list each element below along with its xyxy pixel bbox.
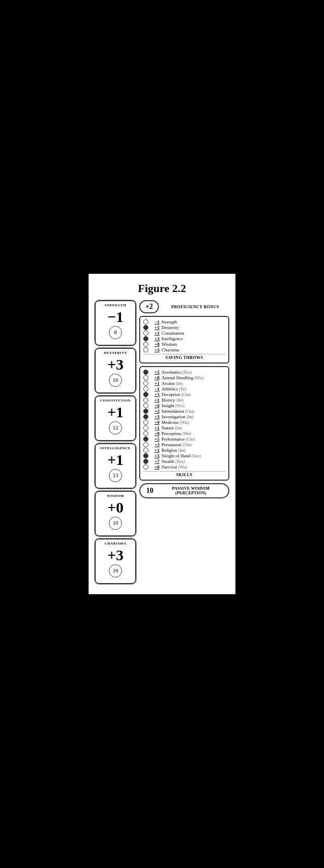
stat-value: +5 <box>150 370 159 375</box>
stat-circle[interactable] <box>143 381 148 386</box>
ability-base: 8 <box>109 326 122 339</box>
skill-row: +5 Sleight of Hand (Dex) <box>143 453 225 458</box>
stat-name: Strength <box>161 319 177 324</box>
ability-name: DEXTERITY <box>97 351 134 355</box>
ability-score: +1 <box>97 451 134 468</box>
stat-name: Insight (Wis) <box>161 403 184 408</box>
ability-base: 16 <box>109 374 122 387</box>
ability-column: STRENGTH −1 8 DEXTERITY +3 16 CONSTITUTI… <box>95 300 136 584</box>
skill-row: +3 Investigation (Int) <box>143 414 225 419</box>
ability-box-charisma: CHARISMA +3 16 <box>95 538 136 584</box>
proficiency-value: +2 <box>139 300 159 313</box>
stat-circle[interactable] <box>143 375 148 380</box>
stat-circle[interactable] <box>143 386 148 391</box>
ability-name: CHARISMA <box>97 541 134 546</box>
stat-value: +1 <box>150 381 159 386</box>
stat-circle[interactable] <box>143 370 148 375</box>
stat-value: −1 <box>150 319 159 324</box>
ability-base: 16 <box>109 564 122 577</box>
ability-score: +3 <box>97 356 134 373</box>
ability-box-constitution: CONSTITUTION +1 12 <box>95 395 136 441</box>
skill-row: +3 Intimidation (Cha) <box>143 409 225 414</box>
saving-throw-row: +1 Constitution <box>143 331 225 336</box>
stat-circle[interactable] <box>143 425 148 430</box>
stat-circle[interactable] <box>143 342 148 347</box>
skill-row: +5 Acrobatics (Dex) <box>143 370 225 375</box>
ability-score: −1 <box>97 308 134 325</box>
ability-score: +0 <box>97 499 134 516</box>
stat-name: Constitution <box>161 331 184 336</box>
stat-value: +7 <box>150 459 159 464</box>
stat-circle[interactable] <box>143 442 148 447</box>
passive-wisdom-row: 10 PASSIVE WISDOM (PERCEPTION) <box>139 483 229 498</box>
stat-circle[interactable] <box>143 464 148 469</box>
stat-name: Arcana (Int) <box>161 381 183 386</box>
skill-row: +0 Survival (Wis) <box>143 464 225 469</box>
stat-name: Medicine (Wis) <box>161 420 189 425</box>
saving-throw-row: +3 Intelligence <box>143 336 225 341</box>
proficiency-label: PROFICIENCY BONUS <box>161 305 229 309</box>
stat-circle[interactable] <box>143 403 148 408</box>
main-layout: STRENGTH −1 8 DEXTERITY +3 16 CONSTITUTI… <box>95 300 229 584</box>
stat-circle[interactable] <box>143 392 148 397</box>
ability-name: STRENGTH <box>97 303 134 307</box>
stat-circle[interactable] <box>143 420 148 425</box>
stat-circle[interactable] <box>143 336 148 341</box>
proficiency-row: +2 PROFICIENCY BONUS <box>139 300 229 313</box>
stat-value: +1 <box>150 397 159 403</box>
passive-wisdom-label: PASSIVE WISDOM (PERCEPTION) <box>157 486 224 495</box>
stat-name: Performance (Cha) <box>161 437 195 442</box>
skill-row: +5 Performance (Cha) <box>143 437 225 442</box>
stat-value: +0 <box>150 403 159 408</box>
skill-row: +1 Nature (Int) <box>143 425 225 430</box>
ability-base: 10 <box>109 517 122 530</box>
stat-name: Deception (Cha) <box>161 392 190 397</box>
skill-row: +5 Deception (Cha) <box>143 392 225 397</box>
stat-name: Investigation (Int) <box>161 414 193 419</box>
skill-row: +0 Medicine (Wis) <box>143 420 225 425</box>
stat-value: +3 <box>150 347 159 352</box>
figure-title: Figure 2.2 <box>95 282 229 295</box>
ability-score: +1 <box>97 404 134 420</box>
stat-circle[interactable] <box>143 347 148 352</box>
stat-value: +1 <box>150 331 159 336</box>
saving-throws-list: −1 Strength +5 Dexterity +1 Constitution… <box>143 319 225 352</box>
stat-circle[interactable] <box>143 459 148 464</box>
stat-name: Persuasion (Cha) <box>161 442 191 447</box>
skill-row: +0 Perception (Wis) <box>143 431 225 436</box>
stat-value: +3 <box>150 442 159 447</box>
stat-name: Stealth (Dex) <box>161 459 185 464</box>
right-column: +2 PROFICIENCY BONUS −1 Strength +5 Dext… <box>139 300 229 584</box>
stat-circle[interactable] <box>143 437 148 442</box>
stat-name: Athletics (Str) <box>161 386 186 391</box>
stat-circle[interactable] <box>143 325 148 330</box>
stat-circle[interactable] <box>143 431 148 436</box>
saving-throws-title: SAVING THROWS <box>143 354 225 360</box>
stat-circle[interactable] <box>143 409 148 414</box>
stat-value: −1 <box>150 386 159 391</box>
stat-name: Dexterity <box>161 325 179 330</box>
stat-circle[interactable] <box>143 319 148 324</box>
character-sheet: Figure 2.2 STRENGTH −1 8 DEXTERITY +3 16… <box>89 274 235 594</box>
stat-value: +0 <box>150 420 159 425</box>
stat-name: History (Int) <box>161 397 183 403</box>
stat-name: Religion (Int) <box>161 448 185 453</box>
skill-row: +7 Stealth (Dex) <box>143 459 225 464</box>
stat-circle[interactable] <box>143 414 148 419</box>
stat-circle[interactable] <box>143 331 148 336</box>
skill-row: +1 Religion (Int) <box>143 448 225 453</box>
stat-value: +5 <box>150 392 159 397</box>
stat-value: +5 <box>150 437 159 442</box>
saving-throw-row: +3 Charisma <box>143 347 225 352</box>
stat-circle[interactable] <box>143 448 148 453</box>
stat-circle[interactable] <box>143 397 148 403</box>
skill-row: +1 History (Int) <box>143 397 225 403</box>
ability-base: 13 <box>109 469 122 482</box>
ability-box-wisdom: WISDOM +0 10 <box>95 491 136 536</box>
stat-circle[interactable] <box>143 453 148 458</box>
skill-row: +0 Insight (Wis) <box>143 403 225 408</box>
stat-name: Charisma <box>161 347 179 352</box>
ability-box-strength: STRENGTH −1 8 <box>95 300 136 346</box>
ability-name: INTELLIGENCE <box>97 446 134 450</box>
skill-row: +0 Animal Handling (Wis) <box>143 375 225 380</box>
